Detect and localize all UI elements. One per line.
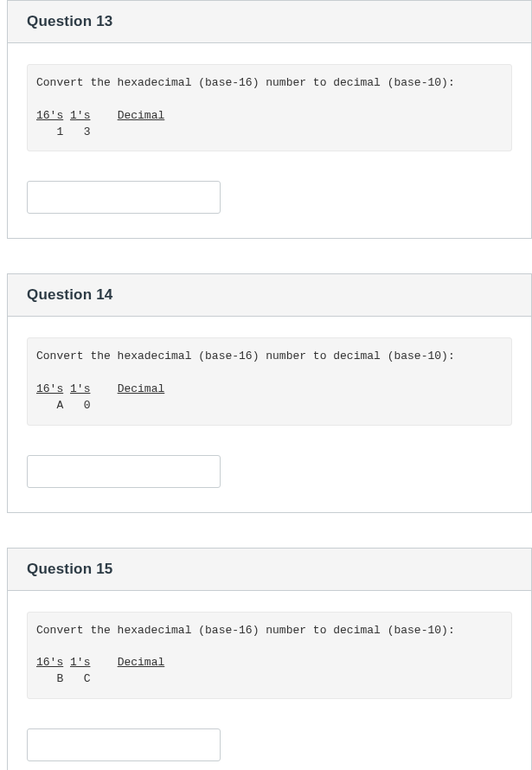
answer-input[interactable] [27, 455, 221, 488]
col-header-16s: 16's [36, 656, 63, 669]
prompt-text: Convert the hexadecimal (base-16) number… [36, 76, 455, 89]
col-header-decimal: Decimal [118, 382, 165, 395]
question-header: Question 14 [8, 274, 531, 317]
question-block-13: Question 13 Convert the hexadecimal (bas… [7, 0, 532, 239]
col-header-decimal: Decimal [118, 109, 165, 122]
value-16s: A [56, 399, 63, 412]
value-1s: 3 [84, 125, 91, 138]
answer-input[interactable] [27, 181, 221, 214]
question-header: Question 13 [8, 1, 531, 43]
question-body: Convert the hexadecimal (base-16) number… [8, 43, 531, 238]
col-header-16s: 16's [36, 109, 63, 122]
answer-input[interactable] [27, 728, 221, 761]
value-16s: B [56, 672, 63, 685]
col-header-16s: 16's [36, 382, 63, 395]
question-body: Convert the hexadecimal (base-16) number… [8, 591, 531, 770]
value-16s: 1 [56, 125, 63, 138]
question-prompt-code: Convert the hexadecimal (base-16) number… [27, 612, 512, 699]
value-1s: 0 [84, 399, 91, 412]
question-title: Question 15 [27, 561, 512, 578]
col-header-1s: 1's [70, 382, 90, 395]
col-header-1s: 1's [70, 656, 90, 669]
question-block-15: Question 15 Convert the hexadecimal (bas… [7, 548, 532, 770]
col-header-1s: 1's [70, 109, 90, 122]
col-header-decimal: Decimal [118, 656, 165, 669]
prompt-text: Convert the hexadecimal (base-16) number… [36, 624, 455, 637]
question-prompt-code: Convert the hexadecimal (base-16) number… [27, 64, 512, 151]
value-1s: C [84, 672, 91, 685]
question-body: Convert the hexadecimal (base-16) number… [8, 317, 531, 511]
question-block-14: Question 14 Convert the hexadecimal (bas… [7, 273, 532, 512]
prompt-text: Convert the hexadecimal (base-16) number… [36, 350, 455, 363]
question-header: Question 15 [8, 549, 531, 591]
question-title: Question 13 [27, 13, 512, 30]
question-prompt-code: Convert the hexadecimal (base-16) number… [27, 337, 512, 425]
question-title: Question 14 [27, 286, 512, 304]
